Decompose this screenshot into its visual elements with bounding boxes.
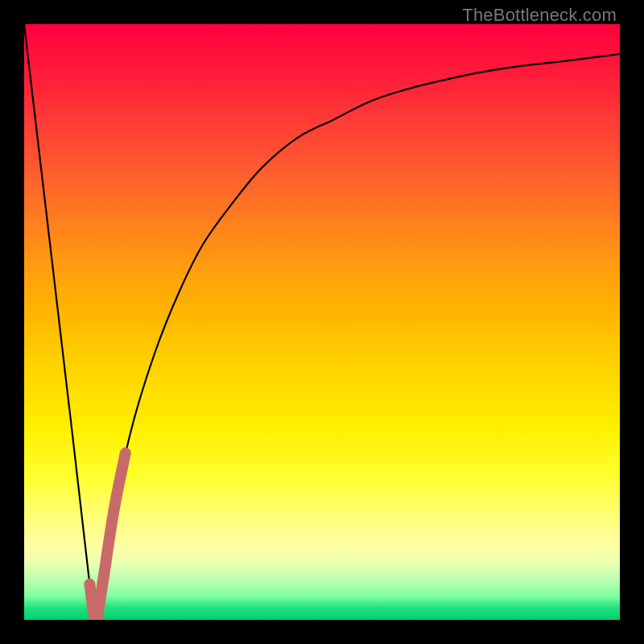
watermark-text: TheBottleneck.com: [462, 5, 617, 26]
chart-svg: [24, 24, 620, 620]
highlight-segment: [89, 453, 125, 620]
chart-frame: TheBottleneck.com: [0, 0, 644, 644]
chart-plot-area: [24, 24, 620, 620]
